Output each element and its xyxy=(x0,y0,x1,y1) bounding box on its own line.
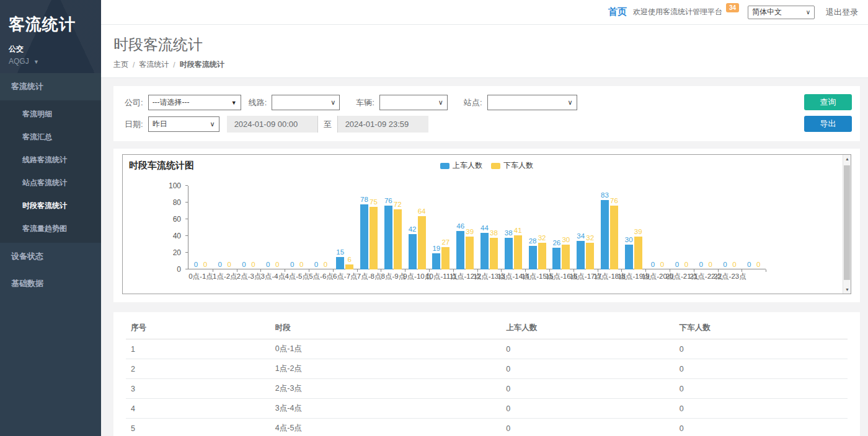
home-link[interactable]: 首页 xyxy=(608,6,627,18)
export-button[interactable]: 导出 xyxy=(804,116,852,132)
legend-item-下车人数[interactable]: 下车人数 xyxy=(491,160,533,171)
bar-上车人数[interactable] xyxy=(552,248,560,269)
bar-上车人数[interactable] xyxy=(384,206,392,269)
chart-y-axis: 020406080100 xyxy=(123,186,188,269)
sidebar-item-基础数据[interactable]: 基础数据 xyxy=(0,270,101,297)
date-to-input[interactable]: 2024-01-09 23:59 xyxy=(338,116,428,133)
sidebar-item-时段客流统计[interactable]: 时段客流统计 xyxy=(0,194,101,217)
scrollbar-thumb[interactable] xyxy=(844,165,850,280)
chart-category: 0019点-20点 xyxy=(645,186,670,269)
bar-上车人数[interactable] xyxy=(529,246,537,269)
chart-category: 0022点-23点 xyxy=(718,186,742,269)
legend-item-上车人数[interactable]: 上车人数 xyxy=(440,160,482,171)
bar-下车人数[interactable] xyxy=(490,238,498,269)
language-select[interactable]: 简体中文 ∨ xyxy=(748,6,815,19)
sidebar-item-设备状态[interactable]: 设备状态 xyxy=(0,243,101,270)
y-axis-tick-label: 100 xyxy=(169,181,181,190)
line-filter-select[interactable]: ∨ xyxy=(272,95,340,110)
table-cell: 0 xyxy=(501,359,674,379)
company-dropdown-label: AQGJ xyxy=(9,57,29,66)
company-filter-select[interactable]: ---请选择--- ▼ xyxy=(148,95,241,110)
sidebar-item-站点客流统计[interactable]: 站点客流统计 xyxy=(0,172,101,194)
notification-badge[interactable]: 34 xyxy=(726,3,739,12)
bar-下车人数[interactable] xyxy=(538,243,546,269)
welcome-text: 欢迎使用客流统计管理平台 xyxy=(633,7,722,17)
y-axis-tick-label: 80 xyxy=(173,198,181,207)
bar-上车人数[interactable] xyxy=(456,231,464,269)
bar-上车人数[interactable] xyxy=(360,204,368,269)
bar-下车人数[interactable] xyxy=(418,216,426,269)
table-panel: 序号时段上车人数下车人数 10点-1点0021点-2点0032点-3点0043点… xyxy=(113,312,860,436)
bar-下车人数[interactable] xyxy=(441,247,450,269)
vehicle-filter-select[interactable]: ∨ xyxy=(379,95,448,110)
sidebar-item-客流明细[interactable]: 客流明细 xyxy=(0,103,101,126)
bar-上车人数[interactable] xyxy=(480,233,489,269)
date-preset-select[interactable]: 昨日 ∨ xyxy=(148,116,219,132)
sidebar-item-线路客流统计[interactable]: 线路客流统计 xyxy=(0,149,101,172)
table-cell: 0 xyxy=(501,419,674,436)
chart-category: 005点-6点 xyxy=(309,186,333,269)
chart-title: 时段车流统计图 xyxy=(129,160,194,172)
sidebar-item-客流量趋势图[interactable]: 客流量趋势图 xyxy=(0,217,101,240)
bar-下车人数[interactable] xyxy=(586,243,594,269)
legend-swatch-icon xyxy=(491,163,500,169)
bar-上车人数[interactable] xyxy=(505,238,513,269)
scrollbar-down-arrow-icon[interactable]: ▼ xyxy=(843,286,851,294)
chart-category: 42649点-10点 xyxy=(405,186,429,269)
chart-category: 0021点-22点 xyxy=(694,186,718,269)
x-axis-tick xyxy=(766,269,766,272)
table-cell: 3点-4点 xyxy=(270,399,501,419)
table-cell: 0 xyxy=(675,359,848,379)
table-header-cell: 下车人数 xyxy=(675,317,848,339)
chart-category: 003点-4点 xyxy=(260,186,285,269)
station-filter-select[interactable]: ∨ xyxy=(487,95,577,110)
company-filter-value: ---请选择--- xyxy=(153,97,190,108)
y-axis-tick-label: 60 xyxy=(173,215,181,224)
chevron-down-icon: ∨ xyxy=(806,9,810,15)
bar-下车人数[interactable] xyxy=(370,207,378,269)
bar-下车人数[interactable] xyxy=(394,209,402,269)
table-row: 21点-2点00 xyxy=(126,359,848,379)
bar-上车人数[interactable] xyxy=(432,253,440,269)
bar-上车人数[interactable] xyxy=(625,245,633,270)
query-button[interactable]: 查询 xyxy=(804,94,852,110)
table-header-cell: 上车人数 xyxy=(501,317,674,339)
bar-下车人数[interactable] xyxy=(466,237,474,269)
table-row: 43点-4点00 xyxy=(126,399,848,419)
chart-category: 001点-2点 xyxy=(213,186,237,269)
sidebar-item-客流汇总[interactable]: 客流汇总 xyxy=(0,126,101,149)
date-range-group: 2024-01-09 00:00 至 2024-01-09 23:59 xyxy=(227,116,428,133)
breadcrumb-item[interactable]: 客流统计 xyxy=(139,59,169,70)
bar-下车人数[interactable] xyxy=(562,245,570,270)
page-heading: 时段客流统计 主页/客流统计/时段客流统计 xyxy=(101,25,868,78)
breadcrumb-item[interactable]: 主页 xyxy=(113,59,128,70)
bar-上车人数[interactable] xyxy=(409,234,417,269)
chart-vertical-scrollbar[interactable]: ▲ ▼ xyxy=(843,155,851,294)
logout-link[interactable]: 退出登录 xyxy=(826,7,858,18)
bar-下车人数[interactable] xyxy=(345,264,353,269)
chart-category: 004点-5点 xyxy=(285,186,309,269)
station-filter-label: 站点: xyxy=(464,97,482,108)
filter-buttons: 查询 导出 xyxy=(804,94,852,132)
chart-category: 303918点-19点 xyxy=(621,186,645,269)
language-select-value: 简体中文 xyxy=(752,7,782,17)
bar-上车人数[interactable] xyxy=(577,241,585,269)
scrollbar-up-arrow-icon[interactable]: ▲ xyxy=(843,155,851,163)
bar-上车人数[interactable] xyxy=(601,200,609,269)
main-column: 首页 欢迎使用客流统计管理平台 34 简体中文 ∨ 退出登录 时段客流统计 主页… xyxy=(101,0,868,436)
chart-category: 384113点-14点 xyxy=(501,186,525,269)
table-cell: 3 xyxy=(126,379,270,399)
table-cell: 0 xyxy=(675,339,848,359)
table-cell: 2 xyxy=(126,359,270,379)
breadcrumb: 主页/客流统计/时段客流统计 xyxy=(113,59,868,70)
company-dropdown[interactable]: AQGJ ▼ xyxy=(9,57,101,66)
table-header-row: 序号时段上车人数下车人数 xyxy=(126,317,848,339)
dropdown-arrow-icon: ▼ xyxy=(231,100,237,106)
table-cell: 0 xyxy=(501,379,674,399)
date-to-label: 至 xyxy=(317,116,338,133)
hourly-stats-table: 序号时段上车人数下车人数 10点-1点0021点-2点0032点-3点0043点… xyxy=(126,317,848,436)
legend-swatch-icon xyxy=(440,163,450,169)
date-from-input[interactable]: 2024-01-09 00:00 xyxy=(227,116,317,133)
sidebar-logo-area: 客流统计 公交 AQGJ ▼ xyxy=(0,0,101,73)
sidebar-section-客流统计[interactable]: 客流统计 xyxy=(0,73,101,100)
